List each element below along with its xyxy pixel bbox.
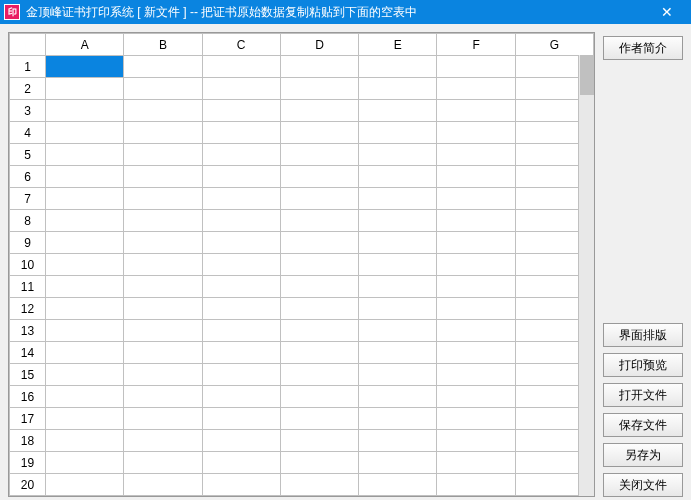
row-header[interactable]: 1 — [10, 56, 46, 78]
cell[interactable] — [280, 254, 358, 276]
cell[interactable] — [437, 386, 515, 408]
cell[interactable] — [46, 56, 124, 78]
cell[interactable] — [202, 56, 280, 78]
cell[interactable] — [280, 452, 358, 474]
cell[interactable] — [359, 452, 437, 474]
open-file-button[interactable]: 打开文件 — [603, 383, 683, 407]
row-header[interactable]: 14 — [10, 342, 46, 364]
cell[interactable] — [359, 298, 437, 320]
cell[interactable] — [359, 188, 437, 210]
row-header[interactable]: 6 — [10, 166, 46, 188]
row-header[interactable]: 16 — [10, 386, 46, 408]
cell[interactable] — [280, 56, 358, 78]
cell[interactable] — [280, 408, 358, 430]
cell[interactable] — [46, 342, 124, 364]
author-info-button[interactable]: 作者简介 — [603, 36, 683, 60]
cell[interactable] — [46, 232, 124, 254]
cell[interactable] — [46, 210, 124, 232]
cell[interactable] — [280, 100, 358, 122]
cell[interactable] — [124, 254, 202, 276]
cell[interactable] — [46, 386, 124, 408]
cell[interactable] — [437, 276, 515, 298]
row-header[interactable]: 19 — [10, 452, 46, 474]
column-header-G[interactable]: G — [515, 34, 593, 56]
cell[interactable] — [124, 408, 202, 430]
cell[interactable] — [280, 364, 358, 386]
cell[interactable] — [437, 254, 515, 276]
cell[interactable] — [280, 210, 358, 232]
cell[interactable] — [437, 210, 515, 232]
cell[interactable] — [437, 100, 515, 122]
column-header-A[interactable]: A — [46, 34, 124, 56]
cell[interactable] — [280, 298, 358, 320]
cell[interactable] — [437, 342, 515, 364]
row-header[interactable]: 9 — [10, 232, 46, 254]
cell[interactable] — [280, 188, 358, 210]
cell[interactable] — [124, 210, 202, 232]
cell[interactable] — [359, 78, 437, 100]
cell[interactable] — [280, 232, 358, 254]
close-button[interactable]: ✕ — [647, 0, 687, 24]
cell[interactable] — [359, 364, 437, 386]
cell[interactable] — [202, 342, 280, 364]
column-header-F[interactable]: F — [437, 34, 515, 56]
cell[interactable] — [46, 254, 124, 276]
cell[interactable] — [124, 276, 202, 298]
cell[interactable] — [124, 100, 202, 122]
vertical-scrollbar[interactable] — [578, 55, 594, 496]
cell[interactable] — [437, 232, 515, 254]
cell[interactable] — [437, 188, 515, 210]
cell[interactable] — [124, 452, 202, 474]
cell[interactable] — [202, 144, 280, 166]
row-header[interactable]: 15 — [10, 364, 46, 386]
row-header[interactable]: 13 — [10, 320, 46, 342]
cell[interactable] — [359, 254, 437, 276]
cell[interactable] — [437, 320, 515, 342]
cell[interactable] — [202, 100, 280, 122]
cell[interactable] — [46, 408, 124, 430]
cell[interactable] — [280, 430, 358, 452]
row-header[interactable]: 11 — [10, 276, 46, 298]
cell[interactable] — [46, 276, 124, 298]
cell[interactable] — [124, 364, 202, 386]
cell[interactable] — [359, 166, 437, 188]
cell[interactable] — [202, 452, 280, 474]
cell[interactable] — [202, 254, 280, 276]
cell[interactable] — [124, 56, 202, 78]
row-header[interactable]: 18 — [10, 430, 46, 452]
cell[interactable] — [124, 78, 202, 100]
close-file-button[interactable]: 关闭文件 — [603, 473, 683, 497]
row-header[interactable]: 10 — [10, 254, 46, 276]
cell[interactable] — [124, 386, 202, 408]
cell[interactable] — [46, 188, 124, 210]
cell[interactable] — [437, 408, 515, 430]
cell[interactable] — [280, 474, 358, 496]
cell[interactable] — [437, 166, 515, 188]
scrollbar-thumb[interactable] — [580, 55, 594, 95]
cell[interactable] — [202, 430, 280, 452]
cell[interactable] — [46, 474, 124, 496]
cell[interactable] — [124, 430, 202, 452]
cell[interactable] — [359, 342, 437, 364]
cell[interactable] — [124, 474, 202, 496]
cell[interactable] — [124, 232, 202, 254]
row-header[interactable]: 12 — [10, 298, 46, 320]
corner-cell[interactable] — [10, 34, 46, 56]
cell[interactable] — [46, 78, 124, 100]
cell[interactable] — [46, 364, 124, 386]
cell[interactable] — [202, 298, 280, 320]
column-header-E[interactable]: E — [359, 34, 437, 56]
cell[interactable] — [359, 56, 437, 78]
cell[interactable] — [124, 320, 202, 342]
cell[interactable] — [124, 144, 202, 166]
cell[interactable] — [437, 474, 515, 496]
cell[interactable] — [437, 452, 515, 474]
row-header[interactable]: 20 — [10, 474, 46, 496]
row-header[interactable]: 5 — [10, 144, 46, 166]
cell[interactable] — [124, 298, 202, 320]
row-header[interactable]: 3 — [10, 100, 46, 122]
cell[interactable] — [202, 386, 280, 408]
cell[interactable] — [359, 100, 437, 122]
cell[interactable] — [202, 78, 280, 100]
cell[interactable] — [124, 342, 202, 364]
